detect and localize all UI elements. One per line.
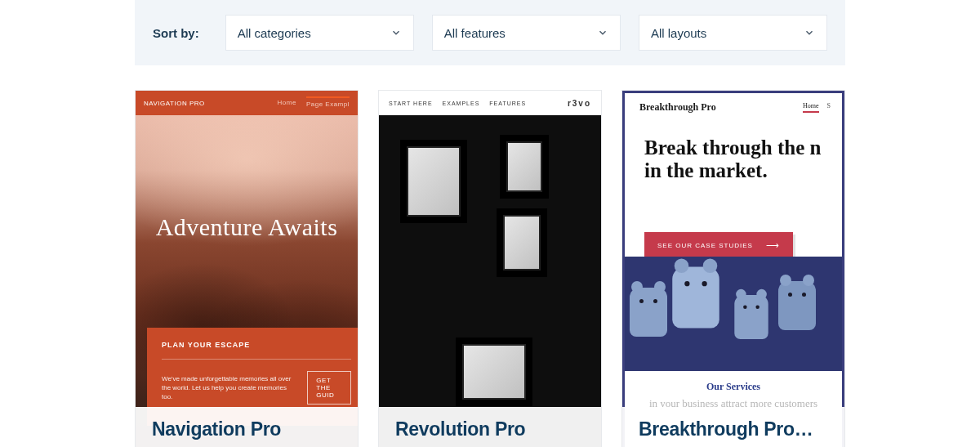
preview-panel-title: PLAN YOUR ESCAPE <box>162 341 351 360</box>
theme-card-navigation-pro[interactable]: NAVIGATION PRO Home Page Exampl Adventur… <box>135 90 359 447</box>
chevron-down-icon <box>804 27 815 38</box>
chevron-down-icon <box>597 27 608 38</box>
preview-nav-link-home: Home <box>278 99 296 108</box>
preview-nav-link-s: S <box>827 102 831 113</box>
preview-nav-header: NAVIGATION PRO Home Page Exampl <box>136 91 358 115</box>
theme-card-revolution-pro[interactable]: START HERE EXAMPLES FEATURES r3vo Revolu… <box>378 90 602 447</box>
theme-card-breakthrough-pro[interactable]: Breakthrough Pro Home S Break through th… <box>621 90 845 447</box>
theme-caption: Revolution Pro <box>379 407 601 447</box>
layouts-dropdown-value: All layouts <box>651 26 706 40</box>
theme-preview: Breakthrough Pro Home S Break through th… <box>622 91 844 447</box>
filter-bar: Sort by: All categories All features All… <box>135 0 845 65</box>
preview-brand: NAVIGATION PRO <box>144 100 205 107</box>
preview-panel-button: GET THE GUID <box>307 371 351 405</box>
theme-caption: Breakthrough Pro… <box>622 407 844 447</box>
preview-nav-header: START HERE EXAMPLES FEATURES r3vo <box>379 91 601 115</box>
layouts-dropdown[interactable]: All layouts <box>639 15 827 51</box>
building-window-icon <box>500 135 549 199</box>
building-window-icon <box>456 337 532 406</box>
themes-grid: NAVIGATION PRO Home Page Exampl Adventur… <box>0 90 980 447</box>
sort-by-label: Sort by: <box>153 26 199 40</box>
theme-preview: NAVIGATION PRO Home Page Exampl Adventur… <box>136 91 358 447</box>
theme-title: Navigation Pro <box>152 418 341 440</box>
preview-brand: r3vo <box>568 99 591 108</box>
preview-nav-link-page: Page Exampl <box>306 96 350 108</box>
building-window-icon <box>400 140 467 223</box>
theme-title: Revolution Pro <box>395 418 585 440</box>
preview-brand: Breakthrough Pro <box>639 101 716 114</box>
preview-hero-canyon: Adventure Awaits PLAN YOUR ESCAPE We've … <box>136 115 358 447</box>
preview-hero-building <box>379 115 601 447</box>
bear-icon <box>672 267 719 329</box>
preview-illustration-bears <box>625 257 844 371</box>
theme-preview: START HERE EXAMPLES FEATURES r3vo <box>379 91 601 447</box>
preview-nav-header: Breakthrough Pro Home S <box>625 93 842 118</box>
preview-services-heading: Our Services <box>625 381 842 393</box>
categories-dropdown[interactable]: All categories <box>225 15 414 51</box>
arrow-right-icon: ⟶ <box>766 240 780 251</box>
preview-cta-button: SEE OUR CASE STUDIES ⟶ <box>644 232 793 259</box>
bear-icon <box>778 281 816 330</box>
preview-cta-label: SEE OUR CASE STUDIES <box>657 242 753 249</box>
preview-hero-heading: Adventure Awaits <box>136 213 358 241</box>
bear-icon <box>630 288 667 337</box>
bear-icon <box>734 295 768 339</box>
features-dropdown-value: All features <box>444 26 506 40</box>
categories-dropdown-value: All categories <box>238 26 311 40</box>
theme-title: Breakthrough Pro… <box>639 418 828 440</box>
preview-panel-copy: We've made unforgettable memories all ov… <box>162 374 297 402</box>
preview-nav-link-start: START HERE <box>389 101 433 106</box>
building-window-icon <box>497 208 547 277</box>
chevron-down-icon <box>390 27 402 38</box>
preview-hero-heading: Break through the n in the market. <box>625 118 842 181</box>
preview-nav-link-features: FEATURES <box>489 101 526 106</box>
preview-nav-link-home: Home <box>803 102 819 113</box>
preview-nav-link-examples: EXAMPLES <box>443 101 480 106</box>
theme-caption: Navigation Pro <box>136 407 358 447</box>
features-dropdown[interactable]: All features <box>432 15 621 51</box>
